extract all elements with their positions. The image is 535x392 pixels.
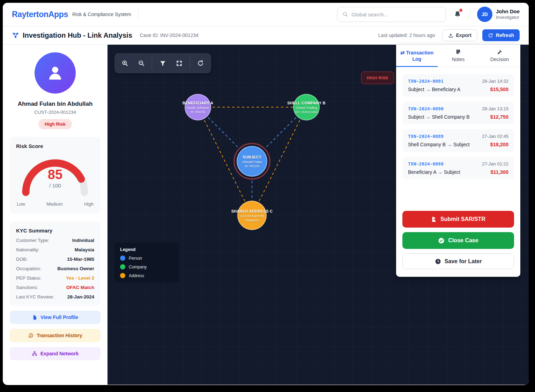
- node-label: BENEFICIARY A: [183, 101, 213, 105]
- export-label: Export: [456, 32, 471, 38]
- kyc-row: Sanctions:OFAC Match: [16, 285, 94, 290]
- node-label: SHELL COMPANY B: [287, 101, 326, 105]
- app-window: RaytertonApps Risk & Compliance System J…: [3, 3, 529, 385]
- tab-decision[interactable]: Decision: [479, 45, 520, 67]
- gauge-label-medium: Medium: [46, 201, 62, 207]
- kyc-rows: Customer Type:IndividualNationality:Mala…: [16, 238, 94, 299]
- node-sublabel: 123 Orchard Rd: [240, 214, 264, 218]
- close-case-button[interactable]: Close Case: [402, 232, 514, 249]
- node-sublabel: Sarah Johnson: [187, 106, 209, 110]
- node-label: SUBJECT: [243, 155, 261, 159]
- graph-node-subject[interactable]: SUBJECTAhmad FulanID: 001234: [237, 146, 267, 177]
- tab-transaction-log-label: Transaction Log: [406, 50, 433, 62]
- gavel-icon: [497, 49, 503, 55]
- kyc-row-value: Yes - Level 2: [66, 275, 94, 281]
- transaction-item-bottom: Subject → Beneficiary A$15,500: [408, 87, 508, 92]
- transaction-item-top: TXN-2024-088827-Jan 01:22: [408, 161, 508, 167]
- hub-icon: [12, 32, 19, 39]
- transaction-time: 28-Jan 13:15: [482, 106, 508, 111]
- kyc-row: DOB:15-Mar-1985: [16, 257, 94, 262]
- transaction-amount: $12,750: [490, 114, 508, 120]
- kyc-row: PEP Status:Yes - Level 2: [16, 275, 94, 281]
- node-meta: ID: 001235: [191, 110, 205, 114]
- filter-icon: [159, 60, 166, 67]
- refresh-button[interactable]: Refresh: [482, 29, 520, 41]
- zoom-out-button[interactable]: [135, 57, 147, 69]
- transaction-item-top: TXN-2024-089028-Jan 13:15: [408, 106, 508, 111]
- fullscreen-icon: [176, 60, 183, 67]
- kyc-row-value: Business Owner: [57, 266, 94, 271]
- transaction-id[interactable]: TXN-2024-0889: [408, 134, 444, 139]
- transaction-item[interactable]: TXN-2024-089028-Jan 13:15Subject → Shell…: [402, 102, 514, 124]
- kyc-row-value: Malaysia: [75, 247, 94, 252]
- transaction-amount: $11,300: [490, 169, 508, 175]
- subject-name: Ahmad Fulan bin Abdullah: [10, 101, 101, 108]
- view-full-profile-button[interactable]: View Full Profile: [10, 311, 101, 324]
- zoom-in-button[interactable]: [119, 57, 131, 69]
- refresh-icon: [488, 33, 493, 38]
- subject-avatar: [35, 52, 76, 94]
- brand-logo: RaytertonApps: [12, 10, 68, 19]
- panel-tabs: ⇄ Transaction Log Notes Decision: [396, 45, 520, 67]
- notifications-button[interactable]: [452, 9, 463, 20]
- risk-score-max: / 100: [18, 183, 92, 188]
- risk-score-title: Risk Score: [16, 143, 94, 149]
- graph-node-shell-company-b[interactable]: SHELL COMPANY BGlobal TradingSG: 2024123…: [293, 94, 320, 120]
- kyc-row-label: Occupation:: [16, 266, 41, 271]
- transaction-history-button[interactable]: Transaction History: [10, 329, 101, 342]
- transaction-flow: Shell Company B → Subject: [408, 142, 470, 147]
- kyc-row-label: Sanctions:: [16, 285, 38, 290]
- filter-button[interactable]: [157, 57, 169, 69]
- document-icon: [32, 315, 37, 320]
- reset-view-button[interactable]: [195, 57, 207, 69]
- check-circle-icon: [438, 237, 445, 244]
- panel-actions: Submit SAR/STR Close Case Save for Later: [396, 211, 520, 277]
- header-divider-2: [470, 9, 470, 20]
- subject-sidebar: Ahmad Fulan bin Abdullah CUST-2024-00123…: [3, 45, 107, 385]
- transaction-time: 28-Jan 14:32: [482, 79, 508, 84]
- legend-item-label: Company: [129, 265, 147, 269]
- save-for-later-button[interactable]: Save for Later: [402, 253, 514, 269]
- toolbar-divider: [152, 57, 152, 69]
- legend-dot: [120, 256, 125, 261]
- graph-node-beneficiary-a[interactable]: BENEFICIARY ASarah JohnsonID: 001235: [185, 94, 211, 120]
- tab-transaction-log[interactable]: ⇄ Transaction Log: [396, 45, 438, 67]
- submit-doc-icon: [431, 216, 437, 222]
- expand-network-label: Expand Network: [40, 351, 79, 356]
- search-input[interactable]: [351, 12, 441, 17]
- header-divider: [138, 9, 139, 20]
- legend-title: Legend: [120, 247, 174, 252]
- transaction-item[interactable]: TXN-2024-088927-Jan 02:45Shell Company B…: [402, 129, 514, 152]
- close-case-label: Close Case: [448, 237, 478, 244]
- kyc-row-label: DOB:: [16, 257, 28, 262]
- transaction-id[interactable]: TXN-2024-0890: [408, 106, 444, 111]
- transaction-item[interactable]: TXN-2024-088827-Jan 01:22Beneficiary A →…: [402, 157, 514, 179]
- user-menu[interactable]: JD John Doe Investigator: [477, 7, 520, 22]
- expand-network-button[interactable]: Expand Network: [10, 347, 101, 360]
- legend-item-label: Person: [129, 256, 142, 261]
- legend-item: Address: [120, 273, 174, 278]
- top-header: RaytertonApps Risk & Compliance System J…: [3, 3, 529, 26]
- legend-item-label: Address: [129, 273, 144, 278]
- global-search[interactable]: [337, 7, 446, 22]
- reset-icon: [197, 60, 204, 67]
- gauge-label-low: Low: [17, 201, 25, 207]
- graph-node-shared-address-c[interactable]: SHARED ADDRESS C123 Orchard RdSingapore: [237, 201, 267, 230]
- transaction-id[interactable]: TXN-2024-0888: [408, 161, 444, 167]
- kyc-title: KYC Summary: [16, 228, 94, 234]
- submit-sar-button[interactable]: Submit SAR/STR: [402, 211, 514, 228]
- page-title: Investigation Hub - Link Analysis: [23, 31, 132, 39]
- fullscreen-button[interactable]: [173, 57, 185, 69]
- case-id: Case ID: INV-2024-001234: [140, 32, 199, 38]
- kyc-summary-card: KYC Summary Customer Type:IndividualNati…: [10, 221, 101, 306]
- node-label: SHARED ADDRESS C: [231, 209, 273, 213]
- tab-notes[interactable]: Notes: [438, 45, 479, 67]
- transaction-history-label: Transaction History: [37, 333, 82, 338]
- last-updated: Last updated: 2 hours ago: [378, 32, 435, 38]
- export-button[interactable]: Export: [442, 29, 477, 41]
- tab-notes-label: Notes: [452, 56, 465, 62]
- transaction-id[interactable]: TXN-2024-0891: [408, 79, 444, 84]
- tab-decision-label: Decision: [490, 56, 509, 62]
- transaction-item[interactable]: TXN-2024-089128-Jan 14:32Subject → Benef…: [402, 74, 514, 97]
- transaction-amount: $15,500: [490, 87, 508, 92]
